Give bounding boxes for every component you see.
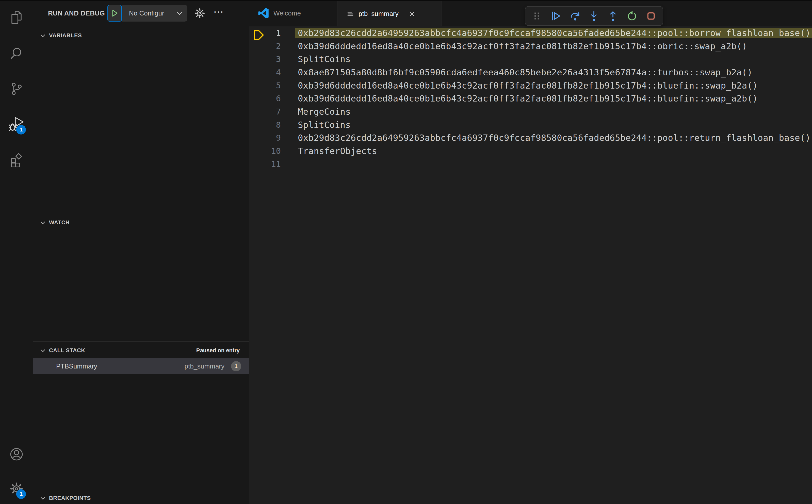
debug-configuration-dropdown[interactable]: No Configur <box>122 5 187 22</box>
chevron-down-icon <box>40 32 46 39</box>
section-divider <box>33 491 249 491</box>
stop-icon <box>646 10 657 22</box>
code-line[interactable]: 3 SplitCoins <box>249 53 812 66</box>
section-label: BREAKPOINTS <box>49 495 91 501</box>
step-out-button[interactable] <box>606 9 620 23</box>
sidebar-item-search[interactable] <box>0 41 33 65</box>
code-text[interactable]: SplitCoins <box>298 120 812 130</box>
code-text[interactable]: 0x8ae871505a80d8bf6bf9c05906cda6edfeea46… <box>298 67 812 77</box>
section-header-variables[interactable]: VARIABLES <box>40 32 82 39</box>
code-line[interactable]: 1 0xb29d83c26cdd2a64959263abbcfc4a6937f0… <box>249 26 812 40</box>
line-number: 2 <box>276 41 281 51</box>
line-number: 7 <box>276 107 281 116</box>
tab-ptb-summary[interactable]: ptb_summary <box>338 0 442 26</box>
code-line[interactable]: 9 0xb29d83c26cdd2a64959263abbcfc4a6937f0… <box>249 131 812 145</box>
search-icon <box>9 46 24 61</box>
line-number: 5 <box>276 81 281 90</box>
close-tab-button[interactable] <box>408 10 416 18</box>
code-line[interactable]: 2 0xb39d6dddedd16ed8a40ce0b1e6b43c92acf0… <box>249 40 812 53</box>
code-text[interactable]: MergeCoins <box>298 107 812 117</box>
step-over-button[interactable] <box>569 9 582 23</box>
stop-button[interactable] <box>644 9 658 23</box>
open-launch-json-button[interactable] <box>194 7 206 19</box>
chevron-down-icon <box>40 347 46 354</box>
accounts-button[interactable] <box>0 442 33 466</box>
tab-welcome[interactable]: Welcome <box>249 0 338 26</box>
code-line[interactable]: 6 0xb39d6dddedd16ed8a40ce0b1e6b43c92acf0… <box>249 92 812 105</box>
sidebar-title: RUN AND DEBUG <box>48 9 105 17</box>
section-header-call-stack[interactable]: CALL STACK <box>40 347 85 354</box>
call-stack-status: Paused on entry <box>196 347 240 354</box>
sidebar-item-extensions[interactable] <box>0 148 33 172</box>
chevron-down-icon <box>40 220 46 226</box>
code-line[interactable]: 11 <box>249 158 812 171</box>
settings-badge: 1 <box>16 489 26 499</box>
section-label: VARIABLES <box>49 32 82 39</box>
line-number: 6 <box>276 94 281 103</box>
source-control-icon <box>9 81 24 96</box>
gutter[interactable]: 1 <box>249 28 298 38</box>
code-line[interactable]: 8 SplitCoins <box>249 118 812 131</box>
restart-button[interactable] <box>625 9 639 23</box>
extensions-icon <box>9 153 24 167</box>
code-text[interactable]: SplitCoins <box>298 54 812 64</box>
line-number: 8 <box>276 120 281 130</box>
continue-icon <box>551 10 562 22</box>
code-line[interactable]: 10 TransferObjects <box>249 144 812 158</box>
sidebar-header: RUN AND DEBUG No Configur <box>33 0 249 26</box>
code-text[interactable]: 0xb29d83c26cdd2a64959263abbcfc4a6937f0c9… <box>298 133 812 143</box>
code-text[interactable]: 0xb39d6dddedd16ed8a40ce0b1e6b43c92acf0ff… <box>298 93 812 104</box>
sidebar-item-run-and-debug[interactable]: 1 <box>0 112 33 137</box>
section-header-breakpoints[interactable]: BREAKPOINTS <box>40 494 91 502</box>
code-text[interactable]: 0xb39d6dddedd16ed8a40ce0b1e6b43c92acf0ff… <box>298 80 812 91</box>
list-file-icon <box>346 10 354 18</box>
stack-frame-name: PTBSummary <box>56 362 97 370</box>
gutter[interactable]: 4 <box>249 68 298 77</box>
code-editor[interactable]: 1 0xb29d83c26cdd2a64959263abbcfc4a6937f0… <box>249 26 812 504</box>
start-debugging-button[interactable] <box>107 5 122 22</box>
step-into-icon <box>588 10 600 22</box>
line-number: 3 <box>276 54 281 64</box>
activity-bar: 1 <box>0 0 33 504</box>
play-icon <box>110 9 119 17</box>
section-label: CALL STACK <box>49 347 85 354</box>
gutter[interactable]: 2 <box>249 41 298 51</box>
debug-launch-combo: No Configur <box>107 5 187 22</box>
gutter[interactable]: 11 <box>249 159 298 169</box>
stack-frame-source: ptb_summary <box>185 362 225 370</box>
continue-button[interactable] <box>550 9 563 23</box>
close-icon <box>408 10 416 18</box>
chevron-down-icon <box>176 10 183 16</box>
code-text[interactable]: 0xb39d6dddedd16ed8a40ce0b1e6b43c92acf0ff… <box>298 41 812 51</box>
code-text[interactable]: TransferObjects <box>298 146 812 156</box>
tab-label: ptb_summary <box>358 10 398 18</box>
run-and-debug-sidebar: RUN AND DEBUG No Configur <box>33 0 249 504</box>
code-text[interactable]: 0xb29d83c26cdd2a64959263abbcfc4a6937f0c9… <box>295 28 812 38</box>
vscode-logo-icon <box>258 8 269 19</box>
section-header-watch[interactable]: WATCH <box>40 219 70 226</box>
sidebar-item-source-control[interactable] <box>0 77 33 101</box>
line-number: 11 <box>271 159 281 169</box>
gutter[interactable]: 6 <box>249 94 298 103</box>
gutter[interactable]: 10 <box>249 146 298 156</box>
step-over-icon <box>570 10 581 22</box>
gutter[interactable]: 5 <box>249 81 298 90</box>
code-line[interactable]: 5 0xb39d6dddedd16ed8a40ce0b1e6b43c92acf0… <box>249 79 812 92</box>
step-into-button[interactable] <box>587 9 601 23</box>
more-actions-button[interactable]: ⋯ <box>213 7 224 20</box>
gutter[interactable]: 7 <box>249 107 298 116</box>
code-line[interactable]: 4 0x8ae871505a80d8bf6bf9c05906cda6edfeea… <box>249 66 812 79</box>
sidebar-item-explorer[interactable] <box>0 6 33 30</box>
call-stack-frame-row[interactable]: PTBSummary ptb_summary 1 <box>33 358 249 374</box>
line-number: 10 <box>271 146 281 156</box>
toolbar-drag-handle[interactable] <box>531 9 544 23</box>
gutter[interactable]: 3 <box>249 54 298 64</box>
gutter[interactable]: 8 <box>249 120 298 130</box>
debug-current-line-arrow-icon <box>253 30 265 40</box>
code-line[interactable]: 7 MergeCoins <box>249 105 812 118</box>
settings-button[interactable]: 1 <box>0 477 33 501</box>
line-number: 1 <box>276 28 281 38</box>
gutter[interactable]: 9 <box>249 133 298 143</box>
debug-sessions-badge: 1 <box>16 125 26 135</box>
stack-frame-badge: 1 <box>231 361 241 371</box>
